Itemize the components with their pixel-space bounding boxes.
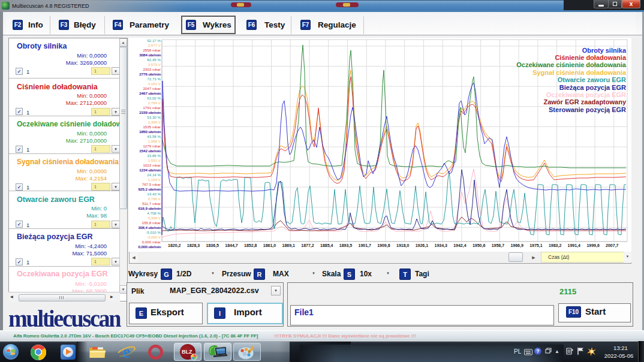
svg-text:Ciśnienie doładowania: Ciśnienie doładowania bbox=[555, 54, 626, 61]
svg-text:53,30 %: 53,30 % bbox=[147, 115, 161, 119]
svg-text:-5,010 %: -5,010 % bbox=[146, 230, 161, 234]
svg-text:616,9 obr/min: 616,9 obr/min bbox=[138, 206, 161, 210]
svg-text:Sygnał ciśnienia doładowania: Sygnał ciśnienia doładowania bbox=[532, 69, 627, 76]
svg-text:1885,4: 1885,4 bbox=[320, 243, 333, 248]
svg-text:1852,8: 1852,8 bbox=[244, 243, 257, 248]
svg-text:1983,2: 1983,2 bbox=[549, 243, 562, 248]
svg-text:1975,1: 1975,1 bbox=[529, 243, 543, 248]
svg-text:3,579 V: 3,579 V bbox=[148, 62, 161, 67]
svg-text:2467 obr/min: 2467 obr/min bbox=[139, 91, 161, 95]
svg-text:1535 mbar: 1535 mbar bbox=[143, 125, 161, 129]
svg-text:2,784 V: 2,784 V bbox=[148, 101, 161, 105]
svg-text:2007,7: 2007,7 bbox=[606, 243, 619, 248]
svg-text:767,5 mbar: 767,5 mbar bbox=[142, 182, 161, 186]
svg-text:14,43 %: 14,43 % bbox=[147, 192, 161, 196]
svg-text:4,708 %: 4,708 % bbox=[147, 211, 161, 215]
svg-text:1279 mbar: 1279 mbar bbox=[143, 144, 161, 148]
svg-text:1950,6: 1950,6 bbox=[473, 243, 486, 248]
svg-text:2303 mbar: 2303 mbar bbox=[143, 67, 161, 71]
svg-text:24,14 %: 24,14 % bbox=[147, 173, 161, 177]
svg-text:Zawór EGR zaadaptowany: Zawór EGR zaadaptowany bbox=[543, 98, 626, 105]
svg-text:72,73 %: 72,73 % bbox=[147, 77, 161, 81]
svg-text:1958,7: 1958,7 bbox=[492, 243, 505, 248]
svg-text:0,000 obr/min: 0,000 obr/min bbox=[138, 245, 161, 249]
svg-text:1893,5: 1893,5 bbox=[339, 243, 353, 248]
svg-text:1999,6: 1999,6 bbox=[586, 243, 600, 248]
svg-text:2776 obr/min: 2776 obr/min bbox=[139, 72, 161, 76]
svg-text:1869,1: 1869,1 bbox=[282, 243, 295, 248]
svg-text:2047 mbar: 2047 mbar bbox=[143, 86, 161, 90]
svg-text:1909,8: 1909,8 bbox=[377, 243, 390, 248]
svg-text:1926,1: 1926,1 bbox=[416, 243, 429, 248]
svg-text:0,796 V: 0,796 V bbox=[148, 197, 161, 201]
svg-text:63,02 %: 63,02 % bbox=[147, 96, 161, 100]
svg-text:1991,4: 1991,4 bbox=[568, 243, 581, 248]
svg-text:1,988 V: 1,988 V bbox=[148, 139, 161, 143]
svg-text:Obroty silnika: Obroty silnika bbox=[582, 47, 627, 54]
svg-text:1820,2: 1820,2 bbox=[168, 243, 181, 248]
svg-text:Oczekiwana pozycja EGR: Oczekiwana pozycja EGR bbox=[546, 91, 626, 98]
svg-text:3,977 V: 3,977 V bbox=[148, 43, 161, 47]
svg-text:3084 obr/min: 3084 obr/min bbox=[139, 53, 161, 57]
svg-text:2159 obr/min: 2159 obr/min bbox=[139, 110, 161, 114]
svg-text:1,193 V: 1,193 V bbox=[148, 177, 161, 182]
svg-text:1542 obr/min: 1542 obr/min bbox=[139, 149, 161, 153]
svg-text:1844,7: 1844,7 bbox=[225, 243, 238, 248]
svg-text:1234 obr/min: 1234 obr/min bbox=[139, 168, 161, 172]
svg-text:255,8 mbar: 255,8 mbar bbox=[142, 221, 161, 225]
svg-text:Bieżąca pozycja EGR: Bieżąca pozycja EGR bbox=[559, 84, 626, 91]
svg-text:1942,4: 1942,4 bbox=[453, 243, 467, 248]
svg-text:1023 mbar: 1023 mbar bbox=[143, 163, 161, 167]
svg-text:1966,9: 1966,9 bbox=[510, 243, 523, 248]
svg-text:308,4 obr/min: 308,4 obr/min bbox=[138, 225, 161, 230]
svg-text:1791 mbar: 1791 mbar bbox=[143, 105, 161, 110]
svg-text:925,2 obr/min: 925,2 obr/min bbox=[138, 187, 161, 191]
svg-text:1850 obr/min: 1850 obr/min bbox=[139, 129, 161, 134]
svg-text:1836,5: 1836,5 bbox=[206, 243, 219, 248]
svg-text:1828,3: 1828,3 bbox=[187, 243, 200, 248]
svg-text:0,000 mbar: 0,000 mbar bbox=[142, 240, 161, 244]
svg-text:511,7 mbar: 511,7 mbar bbox=[142, 201, 161, 206]
svg-text:43,58 %: 43,58 % bbox=[147, 134, 161, 138]
svg-text:2558 mbar: 2558 mbar bbox=[143, 48, 161, 52]
svg-text:1901,7: 1901,7 bbox=[358, 243, 371, 248]
svg-text:Sterowanie pozycją EGR: Sterowanie pozycją EGR bbox=[549, 106, 626, 113]
svg-text:2,386 V: 2,386 V bbox=[148, 120, 161, 124]
svg-text:1861,0: 1861,0 bbox=[263, 243, 276, 248]
svg-text:0,398 V: 0,398 V bbox=[148, 216, 161, 220]
svg-text:33,86 %: 33,86 % bbox=[147, 153, 161, 158]
svg-text:1918,0: 1918,0 bbox=[396, 243, 410, 248]
svg-text:82,45 %: 82,45 % bbox=[147, 58, 161, 62]
svg-text:1,591 V: 1,591 V bbox=[148, 158, 161, 162]
svg-text:1934,3: 1934,3 bbox=[434, 243, 447, 248]
svg-text:0,000 V: 0,000 V bbox=[148, 235, 161, 239]
svg-text:3,181 V: 3,181 V bbox=[148, 82, 161, 86]
svg-text:Otwarcie zaworu EGR: Otwarcie zaworu EGR bbox=[558, 76, 626, 83]
svg-text:Oczekiwane ciśnienie doładowan: Oczekiwane ciśnienie doładowania bbox=[516, 61, 627, 68]
svg-text:92,17 %: 92,17 % bbox=[147, 38, 161, 43]
svg-text:1877,2: 1877,2 bbox=[301, 243, 314, 248]
